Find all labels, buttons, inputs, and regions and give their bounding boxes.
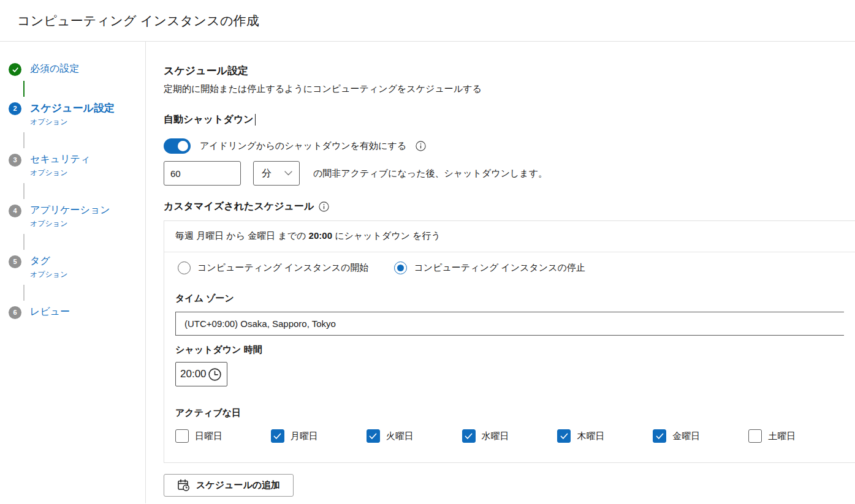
step-optional-label: オプション (30, 219, 110, 229)
sidebar-item-schedule-settings[interactable]: 2 スケジュール設定 オプション (9, 102, 140, 127)
checkbox-tuesday[interactable]: 火曜日 (367, 429, 462, 443)
step-number-icon: 3 (9, 154, 21, 167)
idle-shutdown-toggle[interactable] (164, 138, 191, 154)
create-compute-instance-window: コンピューティング インスタンスの作成 必須の設定 2 スケジュール設定 オプシ… (0, 0, 855, 504)
chevron-down-icon (284, 171, 292, 176)
step-complete-check-icon (9, 63, 21, 76)
sidebar-item-review[interactable]: 6 レビュー (9, 306, 140, 319)
sidebar-item-security[interactable]: 3 セキュリティ オプション (9, 153, 140, 178)
checkbox-icon (653, 429, 666, 443)
checkbox-wednesday[interactable]: 水曜日 (462, 429, 558, 443)
step-connector (23, 183, 25, 199)
idle-unit-value: 分 (262, 167, 272, 180)
shutdown-time-input[interactable]: 20:00 (175, 362, 227, 386)
section-title: スケジュール設定 (164, 64, 855, 78)
active-days-row: 日曜日 月曜日 火曜日 水曜日 (175, 429, 844, 443)
schedule-summary-time: 20:00 (309, 230, 332, 241)
idle-shutdown-toggle-row: アイドリングからのシャットダウンを有効にする (164, 138, 855, 154)
radio-icon (178, 261, 191, 274)
timezone-label: タイム ゾーン (175, 293, 844, 304)
info-icon[interactable] (319, 201, 329, 212)
step-number-icon: 2 (9, 102, 21, 115)
schedule-summary: 毎週 月曜日 から 金曜日 までの 20:00 にシャットダウン を行う (164, 221, 855, 252)
step-connector (23, 132, 25, 148)
idle-shutdown-toggle-label: アイドリングからのシャットダウンを有効にする (200, 140, 406, 152)
add-schedule-button[interactable]: スケジュールの追加 (164, 474, 294, 497)
checkbox-monday[interactable]: 月曜日 (271, 429, 367, 443)
schedule-settings-pane: スケジュール設定 定期的に開始または停止するようにコンピューティングをスケジュー… (146, 42, 855, 503)
checkbox-icon (462, 429, 476, 443)
custom-schedule-title: カスタマイズされたスケジュール (164, 200, 855, 213)
step-connector (23, 234, 25, 250)
sidebar-item-required-settings[interactable]: 必須の設定 (9, 62, 140, 76)
step-connector (23, 285, 25, 301)
idle-minutes-input[interactable] (164, 161, 241, 186)
step-optional-label: オプション (30, 168, 90, 178)
wizard-steps-sidebar: 必須の設定 2 スケジュール設定 オプション 3 セキュリティ オプション (0, 42, 146, 503)
radio-stop-instance[interactable]: コンピューティング インスタンスの停止 (394, 261, 585, 274)
sidebar-item-applications[interactable]: 4 アプリケーション オプション (9, 204, 140, 229)
toggle-knob (178, 141, 188, 151)
step-label: スケジュール設定 (30, 102, 115, 115)
radio-start-instance[interactable]: コンピューティング インスタンスの開始 (178, 261, 368, 274)
checkbox-icon (175, 429, 189, 443)
idle-suffix-text: の間非アクティブになった後、シャットダウンします。 (313, 168, 547, 179)
sidebar-item-tags[interactable]: 5 タグ オプション (9, 255, 140, 280)
schedule-action-radio-group: コンピューティング インスタンスの開始 コンピューティング インスタンスの停止 (175, 261, 844, 274)
step-label: レビュー (30, 306, 70, 318)
step-label: タグ (30, 255, 67, 267)
calendar-clock-icon (177, 479, 190, 492)
shutdown-time-value: 20:00 (180, 368, 207, 380)
timezone-value: (UTC+09:00) Osaka, Sapporo, Tokyo (184, 318, 336, 329)
checkbox-icon (748, 429, 762, 443)
checkbox-icon (271, 429, 284, 443)
checkbox-thursday[interactable]: 木曜日 (557, 429, 653, 443)
section-description: 定期的に開始または停止するようにコンピューティングをスケジュールする (164, 83, 855, 95)
checkbox-saturday[interactable]: 土曜日 (748, 429, 844, 443)
page-header: コンピューティング インスタンスの作成 (0, 0, 855, 42)
step-label: アプリケーション (30, 204, 110, 216)
timezone-dropdown[interactable]: (UTC+09:00) Osaka, Sapporo, Tokyo (175, 312, 844, 336)
radio-icon (394, 261, 407, 274)
step-number-icon: 6 (9, 306, 21, 319)
text-cursor (255, 114, 256, 126)
auto-shutdown-title: 自動シャットダウン (164, 113, 855, 126)
idle-unit-dropdown[interactable]: 分 (253, 161, 300, 186)
info-icon[interactable] (416, 141, 426, 151)
page-title: コンピューティング インスタンスの作成 (17, 12, 259, 29)
add-schedule-button-label: スケジュールの追加 (196, 480, 280, 491)
clock-icon[interactable] (208, 367, 222, 382)
step-connector (23, 81, 25, 97)
schedule-card: 毎週 月曜日 から 金曜日 までの 20:00 にシャットダウン を行う コンピ… (164, 220, 855, 463)
checkbox-sunday[interactable]: 日曜日 (175, 429, 271, 443)
step-number-icon: 4 (9, 205, 21, 217)
checkbox-icon (557, 429, 571, 443)
checkbox-icon (367, 429, 380, 443)
step-optional-label: オプション (30, 269, 67, 280)
active-days-label: アクティブな日 (175, 407, 844, 419)
step-number-icon: 5 (9, 255, 21, 268)
idle-duration-row: 分 の間非アクティブになった後、シャットダウンします。 (164, 161, 855, 186)
checkbox-friday[interactable]: 金曜日 (653, 429, 748, 443)
step-optional-label: オプション (30, 117, 115, 127)
step-label: セキュリティ (30, 153, 90, 165)
shutdown-time-label: シャットダウン 時間 (175, 344, 844, 356)
step-label: 必須の設定 (30, 62, 79, 75)
